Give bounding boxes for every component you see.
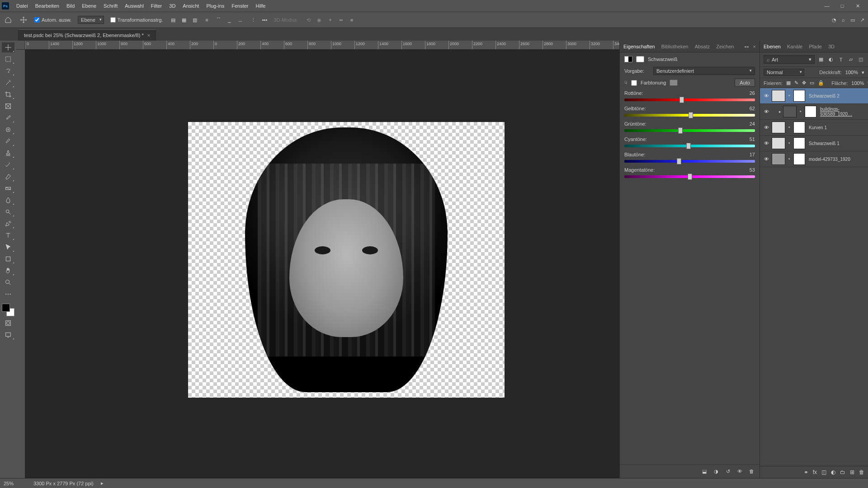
- dodge-tool[interactable]: [2, 207, 14, 217]
- menu-bearbeiten[interactable]: Bearbeiten: [32, 1, 63, 10]
- transform-controls-checkbox[interactable]: Transformationsstrg.: [110, 17, 163, 23]
- visibility-icon[interactable]: 👁: [763, 93, 770, 99]
- lock-transparency-icon[interactable]: ▦: [786, 80, 791, 86]
- more-options-icon[interactable]: •••: [262, 17, 268, 23]
- delete-adjustment-icon[interactable]: 🗑: [748, 469, 755, 474]
- close-button[interactable]: ✕: [852, 3, 863, 9]
- auto-button[interactable]: Auto: [735, 79, 755, 87]
- fill-value[interactable]: 100%: [851, 80, 864, 86]
- tab-paragraph[interactable]: Absatz: [695, 42, 710, 51]
- move-tool-icon[interactable]: [19, 15, 28, 24]
- crop-tool[interactable]: [2, 89, 14, 99]
- move-tool[interactable]: [2, 42, 14, 52]
- lock-position-icon[interactable]: ✥: [802, 80, 806, 86]
- quick-mask-icon[interactable]: [2, 318, 14, 328]
- layer-row[interactable]: 👁⚬Schwarzweiß 1: [760, 136, 868, 151]
- type-tool[interactable]: [2, 230, 14, 240]
- ruler-horizontal[interactable]: 0140012001000800600400200020040060080010…: [25, 41, 619, 50]
- history-brush-tool[interactable]: [2, 160, 14, 170]
- tab-character[interactable]: Zeichen: [716, 42, 734, 51]
- view-previous-icon[interactable]: ◑: [712, 469, 720, 474]
- blend-mode-dropdown[interactable]: Normal: [764, 69, 804, 76]
- visibility-icon[interactable]: 👁: [763, 125, 770, 130]
- slider-red[interactable]: Rottöne:26: [624, 90, 755, 103]
- hand-picker-icon[interactable]: ☟: [624, 80, 627, 86]
- menu-hilfe[interactable]: Hilfe: [252, 1, 269, 10]
- visibility-icon[interactable]: 👁: [763, 141, 770, 146]
- align-bottom-icon[interactable]: ⎵: [236, 16, 245, 24]
- menu-bild[interactable]: Bild: [63, 1, 78, 10]
- filter-smart-icon[interactable]: ◫: [857, 56, 864, 62]
- tint-checkbox[interactable]: [631, 80, 637, 86]
- hand-tool[interactable]: [2, 266, 14, 276]
- path-select-tool[interactable]: [2, 242, 14, 252]
- align-middle-icon[interactable]: ⎯: [226, 16, 234, 24]
- add-mask-icon[interactable]: ◫: [821, 469, 826, 475]
- link-layers-icon[interactable]: ⚭: [804, 469, 808, 475]
- align-right-icon[interactable]: ▥: [191, 16, 199, 24]
- auto-select-checkbox[interactable]: Autom. ausw.: [34, 17, 71, 23]
- menu-datei[interactable]: Datei: [13, 1, 32, 10]
- healing-tool[interactable]: [2, 125, 14, 135]
- tint-swatch[interactable]: [670, 80, 678, 86]
- layer-fx-icon[interactable]: fx: [813, 469, 817, 475]
- layer-row[interactable]: 👁▸⚬buildings-936589_1920…: [760, 104, 868, 120]
- stamp-tool[interactable]: [2, 148, 14, 158]
- delete-layer-icon[interactable]: 🗑: [859, 469, 864, 475]
- ruler-vertical[interactable]: [16, 50, 25, 478]
- layer-row[interactable]: 👁⚬model-429733_1920: [760, 151, 868, 167]
- menu-auswahl[interactable]: Auswahl: [121, 1, 147, 10]
- tab-layers[interactable]: Ebenen: [764, 44, 781, 49]
- magic-wand-tool[interactable]: [2, 78, 14, 88]
- screen-mode-icon[interactable]: [2, 330, 14, 340]
- menu-plug-ins[interactable]: Plug-ins: [203, 1, 228, 10]
- visibility-icon[interactable]: 👁: [763, 156, 770, 162]
- marquee-tool[interactable]: [2, 54, 14, 64]
- menu-fenster[interactable]: Fenster: [228, 1, 252, 10]
- slider-grn[interactable]: Grüntöne:24: [624, 121, 755, 134]
- menu-schrift[interactable]: Schrift: [100, 1, 121, 10]
- slider-blu[interactable]: Blautöne:17: [624, 152, 755, 164]
- distribute-v-icon[interactable]: ⋮: [251, 17, 256, 23]
- auto-select-target-dropdown[interactable]: Ebene: [78, 16, 104, 24]
- filter-pixel-icon[interactable]: ▦: [817, 56, 825, 62]
- brush-tool[interactable]: [2, 136, 14, 146]
- menu-ansicht[interactable]: Ansicht: [179, 1, 203, 10]
- pen-tool[interactable]: [2, 219, 14, 229]
- align-top-icon[interactable]: ⎴: [215, 16, 223, 24]
- tab-3d[interactable]: 3D: [828, 44, 835, 49]
- new-layer-icon[interactable]: ⊞: [850, 469, 854, 475]
- zoom-level[interactable]: 25%: [4, 481, 26, 486]
- document-dimensions[interactable]: 3300 Px x 2779 Px (72 ppi): [33, 481, 94, 486]
- new-adjustment-icon[interactable]: ◐: [831, 469, 835, 475]
- canvas-area[interactable]: 0140012001000800600400200020040060080010…: [16, 41, 619, 478]
- lock-pixels-icon[interactable]: ✎: [794, 80, 798, 86]
- lock-all-icon[interactable]: 🔒: [818, 80, 824, 86]
- lasso-tool[interactable]: [2, 66, 14, 76]
- slider-cyn[interactable]: Cyantöne:51: [624, 136, 755, 149]
- tab-paths[interactable]: Pfade: [809, 44, 822, 49]
- search-icon[interactable]: ⌕: [842, 17, 845, 23]
- lock-artboard-icon[interactable]: ▭: [810, 80, 814, 86]
- tab-libraries[interactable]: Bibliotheken: [661, 42, 689, 51]
- eraser-tool[interactable]: [2, 172, 14, 182]
- gradient-tool[interactable]: [2, 183, 14, 193]
- ruler-origin[interactable]: [16, 41, 25, 50]
- slider-mag[interactable]: Magentatöne:53: [624, 167, 755, 180]
- preset-dropdown[interactable]: Benutzerdefiniert: [653, 67, 755, 75]
- align-center-h-icon[interactable]: ▦: [180, 16, 188, 24]
- color-swatches[interactable]: [2, 304, 14, 316]
- layer-row[interactable]: 👁⚬Kurven 1: [760, 120, 868, 136]
- opacity-value[interactable]: 100%: [845, 70, 858, 75]
- visibility-icon[interactable]: 👁: [763, 109, 770, 114]
- filter-shape-icon[interactable]: ▱: [847, 56, 854, 62]
- layer-search[interactable]: Art▾: [764, 55, 815, 64]
- frame-tool[interactable]: [2, 101, 14, 111]
- arrange-icon[interactable]: ▭: [850, 17, 855, 23]
- tab-properties[interactable]: Eigenschaften: [623, 42, 655, 51]
- filter-type-icon[interactable]: T: [837, 57, 844, 62]
- panel-close-icon[interactable]: ×: [753, 44, 756, 49]
- zoom-tool[interactable]: [2, 277, 14, 287]
- toggle-visibility-icon[interactable]: 👁: [736, 469, 743, 474]
- menu-3d[interactable]: 3D: [165, 1, 179, 10]
